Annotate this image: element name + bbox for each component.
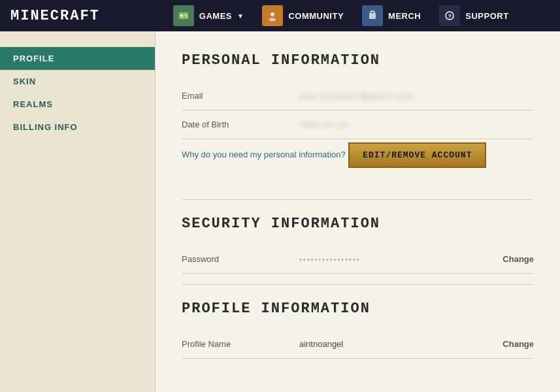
edit-remove-account-button[interactable]: EDIT/REMOVE ACCOUNT: [348, 142, 486, 168]
profile-name-change-button[interactable]: Change: [502, 339, 534, 349]
support-icon: ?: [439, 5, 460, 26]
profile-name-label: Profile Name: [182, 339, 286, 349]
personal-info-title: PERSONAL INFORMATION: [182, 52, 534, 69]
merch-icon: [362, 5, 383, 26]
games-icon: [173, 5, 194, 26]
svg-rect-7: [369, 13, 376, 19]
community-label: COMMUNITY: [288, 11, 344, 21]
profile-name-value: aintnoangel: [299, 339, 489, 349]
profile-name-row: Profile Name aintnoangel Change: [182, 330, 534, 359]
dob-row: Date of Birth 1994-01-24: [182, 110, 534, 139]
password-change-button[interactable]: Change: [502, 254, 534, 264]
email-value: john.mcplayer@gmail.com: [299, 92, 534, 100]
security-info-title: SECURITY INFORMATION: [182, 216, 534, 232]
merch-label: MERCH: [388, 11, 421, 21]
svg-rect-2: [180, 15, 183, 16]
navbar: MINECRAFT GAMES ▼ COMMU: [0, 0, 560, 31]
email-row: Email john.mcplayer@gmail.com: [182, 82, 534, 110]
svg-point-3: [185, 14, 186, 16]
svg-point-6: [269, 18, 276, 22]
personal-info-section: PERSONAL INFORMATION Email john.mcplayer…: [182, 52, 534, 189]
sidebar-item-realms[interactable]: REALMS: [0, 93, 155, 116]
password-row: Password •••••••••••••••• Change: [182, 245, 534, 274]
nav-items: GAMES ▼ COMMUNITY MERCH: [173, 5, 509, 26]
why-link[interactable]: Why do you need my personal information?: [182, 150, 346, 159]
svg-text:?: ?: [448, 13, 452, 20]
main-layout: PROFILE SKIN REALMS BILLING INFO PERSONA…: [0, 31, 560, 392]
profile-info-section: PROFILE INFORMATION Profile Name aintnoa…: [182, 301, 534, 359]
nav-games[interactable]: GAMES ▼: [173, 5, 244, 26]
password-value: ••••••••••••••••: [299, 255, 489, 263]
svg-point-4: [186, 16, 188, 17]
svg-point-5: [271, 12, 274, 16]
nav-community[interactable]: COMMUNITY: [262, 5, 344, 26]
password-label: Password: [182, 254, 286, 264]
games-dropdown-icon: ▼: [237, 12, 244, 20]
divider-1: [182, 199, 534, 200]
main-content: PERSONAL INFORMATION Email john.mcplayer…: [156, 31, 560, 392]
dob-value: 1994-01-24: [299, 121, 534, 129]
logo: MINECRAFT: [10, 8, 100, 24]
dob-label: Date of Birth: [182, 120, 286, 129]
support-label: SUPPORT: [465, 11, 508, 21]
sidebar-item-skin[interactable]: SKIN: [0, 70, 155, 93]
games-label: GAMES: [199, 11, 232, 21]
email-label: Email: [182, 91, 286, 101]
profile-info-title: PROFILE INFORMATION: [182, 301, 534, 317]
nav-support[interactable]: ? SUPPORT: [439, 5, 508, 26]
nav-merch[interactable]: MERCH: [362, 5, 421, 26]
sidebar-item-billing[interactable]: BILLING INFO: [0, 116, 155, 139]
divider-2: [182, 284, 534, 285]
community-icon: [262, 5, 283, 26]
security-info-section: SECURITY INFORMATION Password ••••••••••…: [182, 216, 534, 274]
sidebar-item-profile[interactable]: PROFILE: [0, 47, 155, 70]
sidebar: PROFILE SKIN REALMS BILLING INFO: [0, 31, 156, 392]
